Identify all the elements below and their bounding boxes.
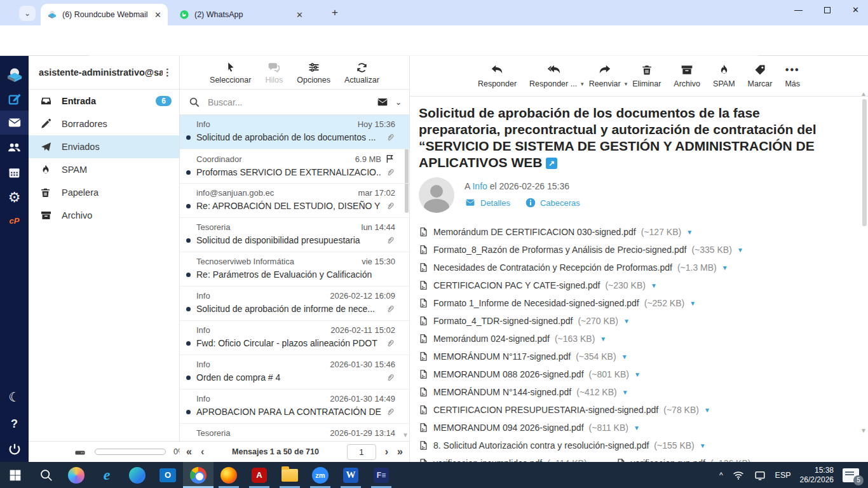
attachment-menu-caret-icon[interactable]: ▼ [634, 371, 641, 378]
message-row[interactable]: Tesoreria 2026-01-29 13:14 [180, 424, 409, 441]
message-row[interactable]: Tecnoserviweb Informática vie 15:30 Re: … [180, 252, 409, 287]
attachment-menu-caret-icon[interactable]: ▼ [689, 300, 696, 307]
message-row[interactable]: Tesoreria lun 14:44 Solicitud de disponi… [180, 218, 409, 252]
attachment-item[interactable]: Memorándum 024-signed.pdf (~163 KB) ▼ [419, 330, 624, 348]
reply-all-caret-icon[interactable]: ▾ [581, 81, 584, 87]
zoom-button[interactable]: zm [305, 462, 336, 488]
threads-button[interactable]: Hilos [265, 60, 283, 85]
tray-chevron-icon[interactable]: ^ [719, 471, 723, 480]
attachment-menu-caret-icon[interactable]: ▼ [622, 389, 628, 396]
firefox-button[interactable] [214, 462, 244, 488]
cpanel-logo-icon[interactable]: cP [0, 210, 29, 231]
dark-mode-moon-icon[interactable]: ☾ [0, 386, 29, 408]
internet-explorer-button[interactable]: e [92, 462, 122, 488]
message-row[interactable]: Info 2026-02-11 15:02 Fwd: Oficio Circul… [180, 321, 409, 355]
settings-gear-icon[interactable]: ⚙ [0, 187, 29, 208]
attachment-menu-caret-icon[interactable]: ▼ [737, 247, 743, 254]
logout-power-icon[interactable] [0, 438, 29, 460]
search-options-chevron-icon[interactable]: ⌄ [395, 98, 402, 107]
attachment-menu-caret-icon[interactable]: ▼ [600, 336, 606, 342]
search-input[interactable] [207, 97, 370, 108]
new-tab-button[interactable]: + [332, 6, 338, 19]
attachment-item[interactable]: verificacion rup.pdf (~136 KB) ▼ [616, 454, 780, 462]
spam-button[interactable]: SPAM [713, 62, 735, 88]
delete-button[interactable]: Eliminar [632, 62, 661, 88]
message-row[interactable]: info@sanjuan.gob.ec mar 17:02 Re: APROBA… [180, 184, 409, 218]
attachment-item[interactable]: MEMORANDUM 094 2026-signed.pdf (~811 KB)… [419, 419, 852, 437]
mark-button[interactable]: Marcar [748, 62, 773, 88]
account-menu-kebab-icon[interactable]: ⋮ [163, 67, 173, 78]
attachment-menu-caret-icon[interactable]: ▼ [700, 442, 706, 449]
copilot-button[interactable] [61, 462, 92, 488]
attachment-menu-caret-icon[interactable]: ▼ [623, 318, 630, 325]
browser-tab-roundcube[interactable]: (6) Roundcube Webmail :: Envia ✕ [41, 4, 168, 25]
message-row[interactable]: Info 2026-02-12 16:09 Solicitud de aprob… [180, 287, 409, 321]
prev-page-button[interactable]: ‹ [201, 446, 204, 458]
next-page-button[interactable]: › [385, 446, 388, 458]
attachment-menu-caret-icon[interactable]: ▼ [651, 282, 657, 289]
message-row[interactable]: Coordinador 6.9 MB Proformas SERVICIO DE… [180, 149, 409, 184]
forward-caret-icon[interactable]: ▾ [625, 81, 628, 87]
reply-button[interactable]: Responder [478, 62, 517, 88]
attachment-menu-caret-icon[interactable]: ▼ [722, 264, 728, 271]
folder-entrada[interactable]: Entrada 6 [29, 90, 179, 112]
attachment-menu-caret-icon[interactable]: ▼ [634, 424, 640, 431]
browser-tab-whatsapp[interactable]: (2) WhatsApp ✕ [173, 4, 319, 25]
forward-button[interactable]: Reenviar [589, 62, 621, 88]
select-button[interactable]: Seleccionar [210, 60, 251, 85]
window-close-button[interactable]: ✕ [852, 5, 859, 15]
folder-papelera[interactable]: Papelera [29, 181, 179, 204]
attachment-item[interactable]: 8. Solicitud Autorización contra y resol… [419, 437, 852, 454]
folder-archivo[interactable]: Archivo [29, 204, 179, 227]
notification-center-icon[interactable]: 5 [843, 468, 859, 482]
mail-section-icon[interactable] [0, 112, 29, 133]
compose-icon[interactable] [0, 89, 29, 111]
word-button[interactable]: W [336, 462, 366, 488]
archive-button[interactable]: Archivo [674, 62, 700, 88]
last-page-button[interactable]: » [397, 446, 403, 458]
folder-enviados[interactable]: Enviados [29, 135, 179, 158]
attachment-item[interactable]: verificacion incumplidos.pdf (~114 KB) ▼ [419, 454, 616, 462]
attachment-item[interactable]: Formato_8_Razón de Proformas y Análisis … [419, 241, 852, 259]
tab-search-chevron-icon[interactable]: ⌄ [19, 6, 36, 21]
window-minimize-button[interactable]: — [794, 5, 803, 15]
attachment-menu-caret-icon[interactable]: ▼ [704, 407, 710, 414]
tab-close-icon[interactable]: ✕ [154, 10, 161, 20]
details-toggle[interactable]: Detalles [465, 198, 510, 208]
cast-display-icon[interactable] [754, 470, 766, 481]
headers-toggle[interactable]: Cabeceras [526, 198, 580, 208]
contacts-icon[interactable] [0, 136, 29, 158]
attachment-item[interactable]: MEMORANDUM 088 2026-signed.pdf (~801 KB)… [419, 365, 852, 383]
recipient-link[interactable]: Info [472, 181, 487, 191]
folder-borradores[interactable]: Borradores [29, 112, 179, 135]
window-restore-button[interactable] [824, 7, 831, 13]
outlook-button[interactable]: O [153, 462, 183, 488]
attachment-item[interactable]: Formato_4_TDR-signed-signed.pdf (~270 KB… [419, 312, 648, 330]
folder-spam[interactable]: SPAM [29, 158, 179, 181]
chrome-button[interactable] [183, 462, 214, 488]
attachment-item[interactable]: Memorándum DE CERTIFICACION 030-signed.p… [419, 223, 852, 241]
reader-scroll-up-icon[interactable]: ▲ [860, 90, 867, 97]
language-indicator[interactable]: ESP [775, 471, 791, 480]
page-number-input[interactable] [347, 444, 376, 460]
first-page-button[interactable]: « [186, 446, 192, 458]
start-button[interactable] [0, 462, 31, 488]
reader-scrollbar-thumb[interactable] [862, 99, 867, 226]
attachment-item[interactable]: Formato 1_Informe de Necesidad-signed-si… [419, 294, 852, 312]
file-explorer-button[interactable] [275, 462, 305, 488]
refresh-button[interactable]: Actualizar [344, 60, 379, 85]
message-row[interactable]: Info Hoy 15:36 Solicitud de aprobación d… [180, 115, 409, 149]
calendar-icon[interactable] [0, 161, 29, 183]
attachment-menu-caret-icon[interactable]: ▼ [686, 229, 693, 236]
acrobat-button[interactable]: A [244, 462, 275, 488]
attachment-item[interactable]: CERTIFICACION PRESUPUESTARIA-signed-sign… [419, 401, 852, 419]
options-button[interactable]: Opciones [297, 60, 330, 85]
more-button[interactable]: ••• Más [785, 62, 800, 88]
reader-scroll-down-icon[interactable]: ▼ [860, 427, 867, 434]
taskbar-clock[interactable]: 15:38 26/2/2026 [800, 466, 834, 485]
message-row[interactable]: Info 2026-01-30 14:49 APROBACION PARA LA… [180, 390, 409, 424]
fesw-app-button[interactable]: F≡ [366, 462, 397, 488]
attachment-item[interactable]: CERTIFICACION PAC Y CATE-signed.pdf (~23… [419, 276, 852, 294]
taskbar-search-button[interactable] [31, 462, 61, 488]
tab-close-icon[interactable]: ✕ [296, 10, 303, 20]
